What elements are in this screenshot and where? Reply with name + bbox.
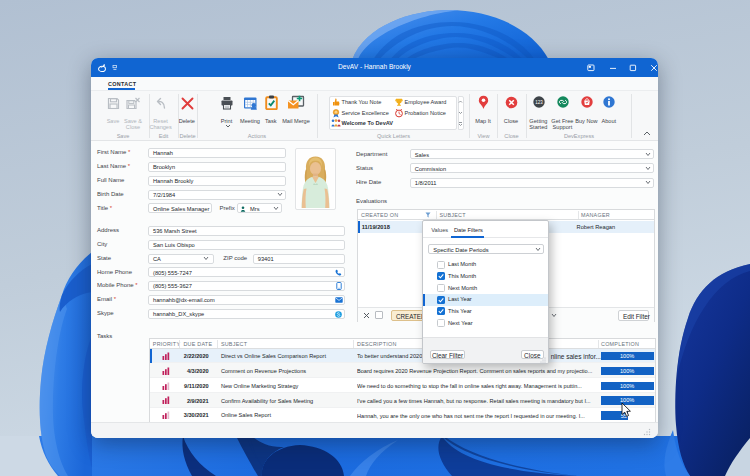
svg-text:123: 123 bbox=[535, 100, 543, 105]
